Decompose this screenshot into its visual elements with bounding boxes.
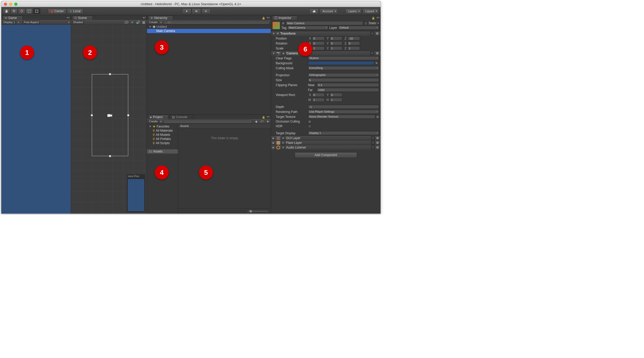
disclosure-triangle-icon[interactable]: ▼ [149,25,152,28]
aspect-dropdown[interactable]: Free Aspect [23,21,40,24]
position-z-input[interactable] [347,36,360,40]
gear-icon[interactable]: ⚙ [375,52,379,55]
project-tab[interactable]: ▸ Project [148,115,169,119]
project-fav-item[interactable]: ⚲All Materials [147,129,178,133]
search-filter-icon[interactable]: ◆ [254,119,258,124]
disclosure-triangle-icon[interactable]: ▶ [273,146,275,149]
flare-layer-enabled-checkbox[interactable]: ✓ [281,141,285,144]
hierarchy-tab-options-icon[interactable]: ▾≡ [267,16,270,19]
minimize-window-button[interactable] [9,3,12,6]
inspector-tab[interactable]: ⓘ Inspector [272,16,297,20]
viewport-h-input[interactable] [330,98,342,102]
project-fav-item[interactable]: ⚲All Prefabs [147,137,178,141]
cloud-button[interactable] [309,8,319,14]
scale-tool-button[interactable] [25,8,33,14]
scale-y-input[interactable] [330,46,342,50]
rotate-tool-button[interactable] [18,8,25,14]
disclosure-triangle-icon[interactable]: ▶ [273,142,275,144]
display-dropdown[interactable]: Display 1 [2,21,16,24]
console-tab[interactable]: ▤ Console [170,115,193,119]
position-y-input[interactable] [330,36,342,40]
help-icon[interactable]: ? [371,136,375,140]
position-x-input[interactable] [312,36,325,40]
project-favorites-header[interactable]: ▼ ★ Favorites [147,124,178,129]
layers-dropdown[interactable]: Layers [345,8,362,14]
help-icon[interactable]: ? [371,146,375,149]
gui-layer-enabled-checkbox[interactable]: ✓ [281,136,285,140]
gear-icon[interactable]: ⚙ [375,32,379,35]
rotation-y-input[interactable] [330,41,342,45]
shading-dropdown[interactable]: Shaded [72,21,84,24]
scene-tab[interactable]: Scene [72,16,93,20]
scene-tab-options-icon[interactable]: ▾≡ [143,16,146,19]
favorite-filter-icon[interactable]: ★ [266,119,270,124]
project-fav-item[interactable]: ⚲All Scripts [147,141,178,145]
inspector-tab-options-icon[interactable]: ▾≡ [377,16,379,19]
camera-component-header[interactable]: ▼ 📷 ✓ Camera ? ⚙ [271,51,381,56]
target-texture-field[interactable]: None (Render Texture) [308,115,375,119]
occlusion-checkbox[interactable]: ✓ [308,120,311,123]
scene-lighting-icon[interactable]: ☀ [130,20,134,24]
move-tool-button[interactable] [10,8,18,14]
layer-dropdown[interactable]: Default [338,26,379,30]
project-search-input[interactable] [163,120,253,124]
gameobject-active-checkbox[interactable]: ✓ [281,22,285,25]
project-breadcrumb[interactable]: Assets [178,124,271,129]
gear-icon[interactable]: ⚙ [376,136,379,140]
pause-button[interactable] [192,8,201,14]
scene-audio-icon[interactable]: 🔊 [136,20,140,24]
hand-tool-button[interactable] [3,8,10,14]
project-assets-folder[interactable]: 🗀 Assets [147,149,178,154]
play-button[interactable] [182,8,191,14]
hierarchy-scene-row[interactable]: ▼ ⬢ Untitled [147,25,271,29]
disclosure-triangle-icon[interactable]: ▼ [273,52,275,55]
scene-fx-icon[interactable]: ▦ [141,20,146,24]
tag-filter-icon[interactable]: 🏷 [260,119,264,124]
rotation-x-input[interactable] [312,41,325,45]
gear-icon[interactable]: ⚙ [376,146,379,149]
transform-component-header[interactable]: ▼ ⤧ Transform ? ⚙ [271,31,381,36]
add-component-button[interactable]: Add Component [295,152,357,158]
size-input[interactable] [308,78,379,82]
depth-input[interactable] [308,105,379,109]
viewport-x-input[interactable] [312,93,325,97]
culling-mask-dropdown[interactable]: Everything [308,66,379,70]
layout-dropdown[interactable]: Layout [363,8,379,14]
gui-layer-component[interactable]: ▶ ✓ GUI Layer ?⚙ [271,136,381,140]
hierarchy-lock-icon[interactable]: 🔒 [262,17,265,20]
flare-layer-component[interactable]: ▶ ✓ Flare Layer ?⚙ [271,140,381,145]
rendering-path-dropdown[interactable]: Use Player Settings [308,110,379,114]
disclosure-triangle-icon[interactable]: ▼ [273,32,275,35]
disclosure-triangle-icon[interactable]: ▶ [273,137,275,139]
hdr-checkbox[interactable] [308,125,311,128]
viewport-w-input[interactable] [312,98,325,102]
object-picker-icon[interactable]: ⊙ [376,115,379,119]
inspector-lock-icon[interactable]: 🔒 [372,17,375,20]
rotation-z-input[interactable] [347,41,360,45]
tag-dropdown[interactable]: MainCamera [287,26,328,30]
hierarchy-create-dropdown[interactable]: Create [148,21,159,24]
help-icon[interactable]: ? [371,141,375,145]
gear-icon[interactable]: ⚙ [376,141,379,145]
scene-view[interactable]: 2 nera Prev [71,25,147,214]
scale-z-input[interactable] [347,46,360,50]
help-icon[interactable]: ? [370,52,374,55]
pivot-local-button[interactable]: ◈Local [67,8,83,14]
gameobject-name-input[interactable] [286,21,363,25]
hierarchy-item[interactable]: Main Camera [147,29,271,33]
static-checkbox[interactable] [364,22,368,25]
account-dropdown[interactable]: Account [320,8,338,14]
thumbnail-size-slider[interactable] [247,211,268,212]
pivot-center-button[interactable]: ▣Center [48,8,67,14]
game-tab-options-icon[interactable]: ▾≡ [67,16,70,19]
step-button[interactable] [201,8,211,14]
background-color-field[interactable] [308,61,374,65]
clipping-far-input[interactable] [317,88,379,92]
project-fav-item[interactable]: ⚲All Models [147,133,178,137]
audio-listener-component[interactable]: ▶ ✓ Audio Listener ?⚙ [271,145,381,150]
hierarchy-tab[interactable]: Hierarchy [148,16,173,20]
scene-2d-toggle[interactable]: 2D [124,20,128,24]
target-display-dropdown[interactable]: Display 1 [308,131,379,135]
clipping-near-input[interactable] [317,83,379,87]
project-tab-options-icon[interactable]: ▾≡ [267,115,270,118]
